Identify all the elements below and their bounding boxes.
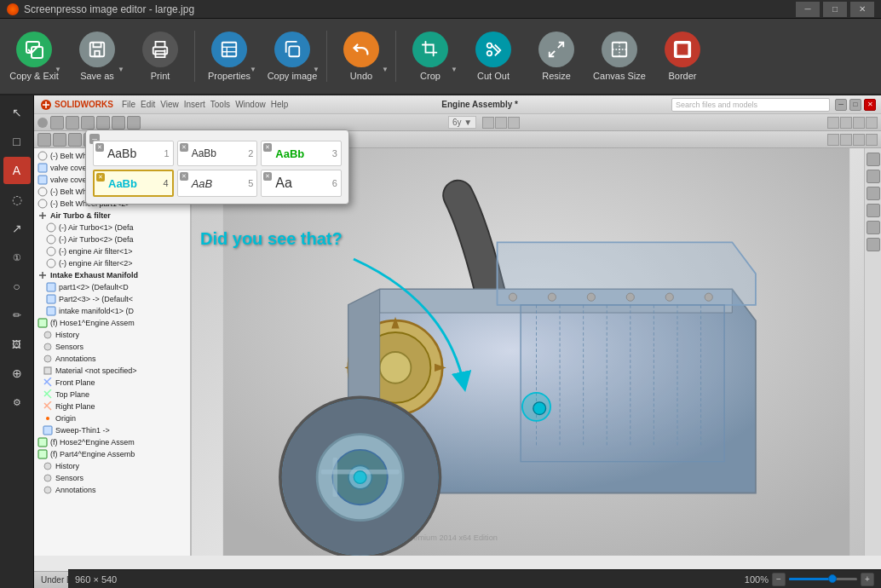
properties-button[interactable]: Properties ▼	[199, 22, 260, 90]
style-item-2[interactable]: ✕ AaBb 2	[177, 141, 258, 166]
rect-tool-button[interactable]: □	[3, 128, 31, 155]
copy-image-button[interactable]: Copy image ▼	[262, 22, 323, 90]
tree-item-hose1[interactable]: (f) Hose1^Engine Assem	[36, 317, 188, 329]
style-close-4[interactable]: ✕	[96, 173, 105, 182]
print-button[interactable]: Print	[130, 22, 191, 90]
sw-tb-btn[interactable]	[96, 116, 110, 130]
sw-tb2-right-btn[interactable]	[866, 134, 878, 146]
canvas-size-button[interactable]: Canvas Size	[589, 22, 650, 90]
sw-tb-btn[interactable]	[66, 116, 79, 130]
tree-item-hose2[interactable]: (f) Hose2^Engine Assem	[36, 436, 188, 448]
settings-tool-button[interactable]: ⚙	[3, 389, 31, 416]
sw-right-icon[interactable]	[827, 117, 839, 129]
tree-item-front-plane[interactable]: Front Plane	[36, 377, 188, 389]
style-item-1[interactable]: ✕ AaBb 1	[93, 141, 174, 166]
style-item-4[interactable]: ✕ AaBb 4	[93, 170, 174, 197]
sw-tb-btn[interactable]	[112, 116, 125, 130]
style-close-3[interactable]: ✕	[263, 143, 272, 152]
cutout-button[interactable]: Cut Out	[463, 22, 524, 90]
resize-button[interactable]: Resize	[526, 22, 587, 90]
style-item-3[interactable]: ✕ AaBb 3	[261, 141, 342, 166]
copy-exit-button[interactable]: Copy & Exit ▼	[3, 22, 65, 90]
sw-panel-btn[interactable]	[867, 170, 880, 183]
border-button[interactable]: Border	[652, 22, 713, 90]
sw-tb-btn[interactable]	[50, 116, 64, 130]
tree-item-sensors1[interactable]: Sensors	[36, 341, 188, 353]
sw-panel-btn[interactable]	[867, 153, 880, 166]
sw-view-icon[interactable]	[482, 117, 494, 129]
sw-tb2-right-btn[interactable]	[827, 134, 839, 146]
tree-item-top-plane[interactable]: Top Plane	[36, 389, 188, 401]
image-tool-button[interactable]: 🖼	[3, 331, 31, 358]
tree-item-sweep[interactable]: Sweep-Thin1 ->	[36, 424, 188, 436]
sw-panel-btn[interactable]	[867, 204, 880, 217]
sw-tb2-right-btn[interactable]	[853, 134, 865, 146]
sw-tb2-right-btn[interactable]	[840, 134, 852, 146]
save-as-button[interactable]: Save as ▼	[66, 22, 128, 90]
style-item-5[interactable]: ✕ AaB 5	[177, 170, 258, 197]
sw-view-icon[interactable]	[495, 117, 507, 129]
arrow-tool-button[interactable]: ↗	[3, 215, 31, 242]
sw-search-bar[interactable]: Search files and models	[671, 98, 830, 112]
minimize-button[interactable]: ─	[796, 2, 820, 17]
style-item-6[interactable]: ✕ Aa 6	[261, 170, 342, 197]
tree-item-history1[interactable]: History	[36, 329, 188, 341]
style-close-6[interactable]: ✕	[263, 172, 272, 181]
sw-3d-viewport[interactable]: SolidWorks Premium 2014 x64 Edition	[192, 148, 881, 556]
step-tool-button[interactable]: ①	[3, 244, 31, 271]
tree-item-part2[interactable]: Part2<3> -> (Default<	[36, 293, 188, 305]
circle-tool-button[interactable]: ○	[3, 273, 31, 300]
sw-right-icon[interactable]	[840, 117, 852, 129]
style-num-6: 6	[332, 178, 337, 188]
sw-restore[interactable]: □	[849, 99, 861, 111]
canvas-size-icon	[602, 32, 637, 67]
tree-item-airfilter2[interactable]: (-) engine Air filter<2>	[36, 257, 188, 269]
zoom-slider-thumb[interactable]	[828, 574, 837, 583]
sw-view-selector[interactable]: 6y ▼	[448, 116, 476, 129]
tree-item-intake[interactable]: intake manifold<1> (D	[36, 305, 188, 317]
sw-panel-btn[interactable]	[867, 238, 880, 251]
style-close-5[interactable]: ✕	[180, 172, 188, 181]
tree-item-right-plane[interactable]: Right Plane	[36, 401, 188, 412]
undo-button[interactable]: Undo ▼	[331, 22, 392, 90]
tree-item-airturbo2[interactable]: (-) Air Turbo<2> (Defa	[36, 233, 188, 245]
blur-tool-button[interactable]: ◌	[3, 186, 31, 213]
tree-item-airturbo-group[interactable]: Air Turbo & filter	[36, 210, 188, 222]
zoom-tool-button[interactable]: ⊕	[3, 360, 31, 387]
sw-panel-btn[interactable]	[867, 221, 880, 234]
tree-item-annotations2[interactable]: Annotations	[36, 484, 188, 496]
tree-item-part4[interactable]: (f) Part4^Engine Assemb	[36, 448, 188, 460]
sw-tb-btn[interactable]	[81, 116, 95, 130]
tree-item-manifold-group[interactable]: Intake Exhaust Manifold	[36, 269, 188, 281]
close-button[interactable]: ✕	[850, 2, 874, 17]
tree-item-material[interactable]: Material <not specified>	[36, 365, 188, 377]
style-close-1[interactable]: ✕	[95, 143, 104, 152]
zoom-out-button[interactable]: −	[772, 573, 786, 586]
style-close-2[interactable]: ✕	[180, 143, 188, 152]
tree-item-airfilter1[interactable]: (-) engine Air filter<1>	[36, 245, 188, 257]
sw-right-icon[interactable]	[853, 117, 865, 129]
sw-view-icon[interactable]	[508, 117, 520, 129]
sw-tb-btn[interactable]	[127, 116, 141, 130]
sw-tb2-btn[interactable]	[37, 133, 51, 147]
maximize-button[interactable]: □	[823, 2, 847, 17]
tree-item-history2[interactable]: History	[36, 460, 188, 472]
pen-tool-button[interactable]: ✏	[3, 302, 31, 329]
sw-close[interactable]: ✕	[864, 99, 876, 111]
text-tool-button[interactable]: A	[3, 157, 31, 184]
tree-item-sensors2[interactable]: Sensors	[36, 472, 188, 484]
tree-item-origin[interactable]: Origin	[36, 412, 188, 424]
tree-item-airturbo1[interactable]: (-) Air Turbo<1> (Defa	[36, 222, 188, 233]
canvas-area[interactable]: SOLIDWORKS File Edit View Insert Tools W…	[34, 95, 881, 588]
sw-tb2-btn[interactable]	[68, 133, 82, 147]
zoom-slider[interactable]	[789, 578, 857, 580]
crop-button[interactable]: Crop ▼	[400, 22, 461, 90]
zoom-in-button[interactable]: +	[861, 573, 874, 586]
pointer-tool-button[interactable]: ↖	[3, 99, 31, 126]
sw-panel-btn[interactable]	[867, 187, 880, 200]
sw-tb2-btn[interactable]	[53, 133, 66, 147]
tree-item-part1[interactable]: part1<2> (Default<D	[36, 281, 188, 293]
tree-item-annotations1[interactable]: Annotations	[36, 353, 188, 365]
sw-minimize[interactable]: ─	[835, 99, 847, 111]
sw-right-icon[interactable]	[866, 117, 878, 129]
